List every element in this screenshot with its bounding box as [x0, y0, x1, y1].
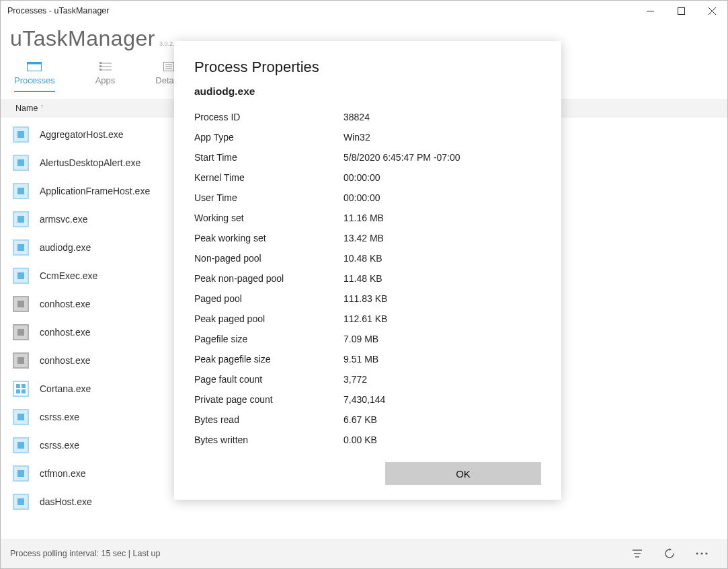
property-list: Process ID38824App TypeWin32Start Time5/…: [194, 107, 541, 450]
property-row: Peak working set13.42 MB: [194, 228, 541, 248]
property-label: Start Time: [194, 152, 343, 163]
property-value: 10.48 KB: [343, 253, 382, 264]
property-row: Working set11.16 MB: [194, 208, 541, 228]
property-value: 7.09 MB: [343, 334, 378, 344]
property-label: Peak paged pool: [194, 313, 343, 324]
property-row: Pagefile size7.09 MB: [194, 329, 541, 349]
property-row: Peak non-paged pool11.48 KB: [194, 268, 541, 289]
property-label: Page fault count: [194, 374, 343, 385]
property-label: App Type: [194, 132, 343, 143]
property-value: Win32: [343, 132, 370, 143]
property-label: Pagefile size: [194, 334, 343, 344]
property-value: 111.83 KB: [343, 293, 387, 304]
property-label: Non-paged pool: [194, 253, 343, 264]
property-label: Private page count: [194, 394, 343, 405]
property-value: 7,430,144: [343, 394, 385, 405]
property-row: Kernel Time00:00:00: [194, 167, 541, 188]
property-row: Bytes read6.67 KB: [194, 410, 541, 430]
property-value: 00:00:00: [343, 192, 380, 203]
property-value: 112.61 KB: [343, 313, 387, 324]
property-label: Peak non-paged pool: [194, 273, 343, 284]
property-row: App TypeWin32: [194, 127, 541, 147]
process-properties-dialog: Process Properties audiodg.exe Process I…: [174, 41, 561, 500]
property-label: Peak working set: [194, 233, 343, 243]
property-row: Paged pool111.83 KB: [194, 289, 541, 309]
property-label: Kernel Time: [194, 172, 343, 183]
property-row: Start Time5/8/2020 6:45:47 PM -07:00: [194, 147, 541, 167]
property-row: Process ID38824: [194, 107, 541, 127]
property-value: 5/8/2020 6:45:47 PM -07:00: [343, 152, 460, 163]
dialog-backdrop: Process Properties audiodg.exe Process I…: [1, 1, 727, 568]
property-row: User Time00:00:00: [194, 188, 541, 208]
property-label: Process ID: [194, 112, 343, 122]
property-value: 38824: [343, 112, 370, 122]
property-value: 00:00:00: [343, 172, 380, 183]
app-window: Processes - uTaskManager uTaskManager 3.…: [0, 0, 728, 569]
property-row: Bytes written0.00 KB: [194, 430, 541, 450]
property-value: 11.16 MB: [343, 213, 384, 223]
property-label: Working set: [194, 213, 343, 223]
property-label: User Time: [194, 192, 343, 203]
property-row: Page fault count3,772: [194, 369, 541, 389]
property-value: 3,772: [343, 374, 367, 385]
property-row: Peak pagefile size9.51 MB: [194, 349, 541, 369]
property-value: 9.51 MB: [343, 354, 378, 365]
property-row: Non-paged pool10.48 KB: [194, 248, 541, 268]
property-row: Private page count7,430,144: [194, 389, 541, 410]
property-value: 0.00 KB: [343, 434, 377, 445]
dialog-title: Process Properties: [194, 59, 541, 76]
ok-button[interactable]: OK: [385, 462, 541, 485]
property-label: Bytes written: [194, 434, 343, 445]
dialog-process-name: audiodg.exe: [194, 85, 541, 98]
property-value: 11.48 KB: [343, 273, 382, 284]
property-value: 13.42 MB: [343, 233, 384, 243]
property-row: Peak paged pool112.61 KB: [194, 309, 541, 329]
property-value: 6.67 KB: [343, 414, 377, 425]
property-label: Bytes read: [194, 414, 343, 425]
property-label: Peak pagefile size: [194, 354, 343, 365]
property-label: Paged pool: [194, 293, 343, 304]
